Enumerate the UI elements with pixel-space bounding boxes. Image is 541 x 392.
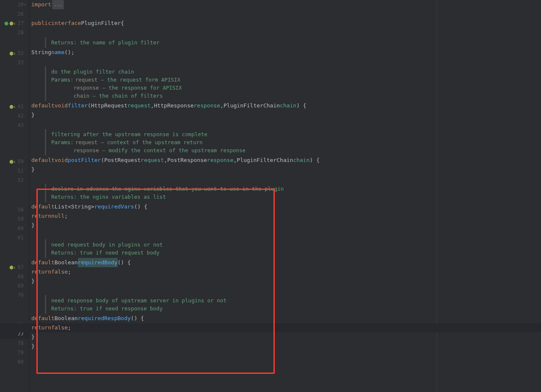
keyword-return: return bbox=[31, 267, 51, 277]
keyword-void: void bbox=[55, 156, 68, 165]
javadoc-block: do the plugin filter chain Params: reque… bbox=[45, 66, 541, 101]
javadoc-block: filtering after the upstream response is… bbox=[45, 129, 541, 156]
code-line[interactable] bbox=[31, 230, 541, 239]
brace-close: } bbox=[31, 110, 35, 120]
override-down-icon[interactable]: ⬤↓ bbox=[9, 159, 14, 164]
keyword-return: return bbox=[31, 323, 51, 332]
code-line[interactable] bbox=[31, 174, 541, 184]
type: Boolean bbox=[55, 314, 78, 323]
javadoc-text: Returns: true if need response body bbox=[51, 304, 163, 313]
code-line[interactable]: } bbox=[31, 342, 541, 351]
javadoc-param-name: chain bbox=[74, 91, 90, 101]
code-line[interactable]: default Boolean requiredBody() { bbox=[31, 258, 541, 267]
javadoc-params-label: Params: bbox=[51, 138, 74, 147]
code-line[interactable]: } bbox=[31, 110, 541, 120]
line-number: 80 bbox=[15, 357, 24, 367]
type: HttpRequest bbox=[91, 101, 127, 110]
keyword-default: default bbox=[31, 258, 55, 267]
code-line[interactable]: String name(); bbox=[31, 48, 541, 57]
javadoc-block: Returns: the name of plugin filter bbox=[45, 37, 541, 48]
brace-open: { bbox=[121, 19, 124, 28]
line-number: 60 bbox=[15, 224, 24, 233]
type: HttpResponse bbox=[154, 101, 194, 110]
line-number: 27 bbox=[15, 19, 24, 28]
method-name: name bbox=[51, 48, 64, 57]
code-line[interactable]: default List<String> requiredVars() { bbox=[31, 202, 541, 211]
line-number: 69 bbox=[15, 281, 24, 291]
code-line[interactable]: default Boolean requiredRespBody() { bbox=[31, 314, 541, 323]
line-number: 52 bbox=[15, 175, 24, 185]
override-down-icon[interactable]: ⬤↓ bbox=[9, 265, 14, 269]
code-area[interactable]: import ... public interface PluginFilter… bbox=[29, 0, 541, 392]
keyword-import: import bbox=[31, 0, 51, 9]
code-line[interactable] bbox=[31, 351, 541, 360]
code-line[interactable]: default void postFilter(PostRequest requ… bbox=[31, 156, 541, 165]
literal-false: false bbox=[51, 267, 68, 277]
fold-placeholder[interactable]: ... bbox=[52, 0, 64, 9]
method-filter: filter bbox=[68, 101, 88, 110]
keyword-default: default bbox=[31, 202, 55, 211]
code-line[interactable] bbox=[31, 120, 541, 129]
method-requiredrespbody: requiredRespBody bbox=[78, 314, 131, 323]
code-line[interactable]: import ... bbox=[31, 0, 541, 9]
javadoc-block: need response body of upstream server in… bbox=[45, 295, 541, 314]
param: request bbox=[127, 101, 151, 110]
javadoc-block: need request body in plugins or not Retu… bbox=[45, 239, 541, 258]
brace-close: } bbox=[31, 342, 35, 351]
code-line[interactable] bbox=[31, 57, 541, 66]
javadoc-text: Returns: the name of plugin filter bbox=[51, 38, 160, 47]
override-down-icon[interactable]: ⬤↓ bbox=[9, 104, 14, 109]
type: PostResponse bbox=[167, 156, 207, 165]
code-line-current[interactable]: return false; bbox=[0, 323, 541, 332]
javadoc-text: Returns: true if need request body bbox=[51, 248, 160, 258]
code-line[interactable]: } bbox=[31, 221, 541, 230]
code-line[interactable]: } bbox=[31, 332, 541, 342]
line-number: 41 bbox=[15, 102, 24, 111]
code-line[interactable]: } bbox=[31, 165, 541, 174]
line-number: 26 bbox=[15, 9, 24, 19]
code-line[interactable]: default void filter(HttpRequest request,… bbox=[31, 101, 541, 110]
param: chain bbox=[293, 156, 309, 165]
line-number: 67 bbox=[15, 263, 24, 272]
keyword-return: return bbox=[31, 211, 51, 221]
code-editor[interactable]: 20› 26 ⬤ ⬤↓ 27 28 ⬤↓ 32 33 ⬤↓ 41 42 43 ⬤… bbox=[0, 0, 541, 392]
literal-null: null bbox=[51, 211, 64, 221]
code-line[interactable]: return false; bbox=[31, 267, 541, 277]
type: String bbox=[71, 202, 91, 211]
param: response bbox=[207, 156, 234, 165]
javadoc-block: declare in advance the nginx variables t… bbox=[45, 184, 541, 202]
javadoc-param-desc: – the chain of filters bbox=[89, 91, 163, 101]
override-down-icon[interactable]: ⬤↓ bbox=[9, 51, 14, 55]
literal-false: false bbox=[51, 323, 68, 332]
override-down-icon[interactable]: ⬤↓ bbox=[9, 21, 14, 25]
line-number: 51 bbox=[15, 166, 24, 175]
keyword-default: default bbox=[31, 314, 55, 323]
code-line[interactable] bbox=[31, 286, 541, 295]
javadoc-param-name: response bbox=[74, 146, 99, 155]
javadoc-param-desc: – modify the context of the upstream res… bbox=[99, 146, 246, 155]
type: List bbox=[55, 202, 68, 211]
code-line[interactable] bbox=[31, 28, 541, 37]
code-line[interactable]: return null; bbox=[31, 211, 541, 221]
keyword-public: public bbox=[31, 19, 51, 28]
code-line[interactable]: public interface PluginFilter { bbox=[31, 19, 541, 28]
method-requiredvars: requiredVars bbox=[94, 202, 134, 211]
line-number: 68 bbox=[15, 272, 24, 281]
line-number: 58 bbox=[15, 205, 24, 214]
implements-icon[interactable]: ⬤ bbox=[4, 21, 8, 25]
keyword-void: void bbox=[55, 101, 68, 110]
line-number: 32 bbox=[15, 49, 24, 58]
line-number: 79 bbox=[15, 348, 24, 357]
class-name: PluginFilter bbox=[81, 19, 121, 28]
gutter: 20› 26 ⬤ ⬤↓ 27 28 ⬤↓ 32 33 ⬤↓ 41 42 43 ⬤… bbox=[0, 0, 29, 392]
keyword-default: default bbox=[31, 101, 55, 110]
code-line[interactable]: } bbox=[31, 277, 541, 286]
line-number: 42 bbox=[15, 111, 24, 121]
keyword-default: default bbox=[31, 156, 55, 165]
line-number: 78 bbox=[15, 339, 24, 348]
method-requiredbody: requiredBody bbox=[78, 258, 118, 267]
code-line[interactable] bbox=[31, 9, 541, 19]
type: PostRequest bbox=[104, 156, 141, 165]
type: PluginFilterChain bbox=[237, 156, 293, 165]
line-number: 20 bbox=[15, 0, 24, 9]
